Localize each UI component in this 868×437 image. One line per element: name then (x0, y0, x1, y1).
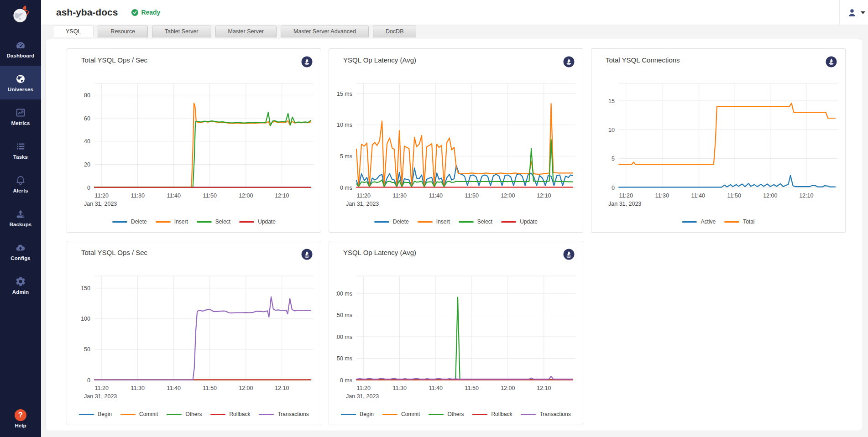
chart-panel-total-ysql-ops-transactions: Total YSQL Ops / Sec 11:2011:3011:4011:5… (67, 241, 321, 425)
sidebar-item-help[interactable]: ? Help (0, 404, 41, 433)
sidebar-item-metrics[interactable]: Metrics (0, 99, 41, 133)
svg-text:11:20: 11:20 (357, 192, 371, 199)
svg-text:11:40: 11:40 (691, 192, 705, 199)
svg-text:60: 60 (84, 115, 90, 122)
sidebar-item-label: Universes (8, 87, 33, 92)
legend-item-select[interactable]: Select (197, 218, 230, 225)
svg-text:12:10: 12:10 (275, 385, 289, 391)
legend-item-rollback[interactable]: Rollback (210, 411, 250, 417)
tab-tablet-server[interactable]: Tablet Server (152, 26, 211, 37)
user-menu[interactable] (839, 0, 868, 25)
legend-item-total[interactable]: Total (724, 218, 754, 225)
svg-text:12:10: 12:10 (799, 192, 813, 199)
sidebar-item-label: Admin (12, 289, 29, 295)
svg-text:200 ms: 200 ms (336, 291, 352, 297)
legend-item-insert[interactable]: Insert (418, 218, 450, 225)
svg-text:150: 150 (81, 285, 90, 291)
sidebar-item-alerts[interactable]: Alerts (0, 167, 41, 201)
tab-resource[interactable]: Resource (98, 26, 148, 37)
bell-icon (15, 175, 26, 186)
tab-master-server[interactable]: Master Server (215, 26, 277, 37)
tab-docdb[interactable]: DocDB (373, 26, 417, 37)
app-logo[interactable] (0, 0, 41, 29)
cloud-upload-icon (15, 242, 26, 253)
svg-text:11:40: 11:40 (429, 385, 443, 391)
svg-text:11:30: 11:30 (393, 192, 407, 199)
svg-text:80: 80 (84, 92, 90, 99)
svg-text:11:40: 11:40 (167, 192, 181, 199)
sidebar-item-dashboard[interactable]: Dashboard (0, 32, 41, 66)
legend-item-delete[interactable]: Delete (374, 218, 409, 225)
sidebar-item-admin[interactable]: Admin (0, 268, 41, 302)
header: ash-yba-docs Ready (41, 0, 868, 25)
svg-text:11:30: 11:30 (131, 192, 145, 199)
legend-item-commit[interactable]: Commit (382, 411, 420, 417)
svg-text:11:50: 11:50 (465, 192, 479, 199)
sidebar-item-universes[interactable]: Universes (0, 66, 41, 99)
legend-item-begin[interactable]: Begin (341, 411, 374, 417)
task-list-icon (15, 141, 26, 152)
svg-text:12:10: 12:10 (537, 385, 551, 391)
gear-icon (15, 276, 26, 287)
prometheus-icon[interactable] (301, 56, 313, 68)
sidebar-item-backups[interactable]: Backups (0, 201, 41, 234)
svg-text:Jan 31, 2023: Jan 31, 2023 (84, 393, 117, 400)
svg-text:11:30: 11:30 (393, 385, 407, 391)
chart-canvas[interactable]: 11:2011:3011:4011:5012:0012:10050100150J… (74, 264, 314, 401)
chart-legend: ActiveTotal (599, 218, 838, 225)
prometheus-icon[interactable] (563, 249, 575, 260)
chart-canvas[interactable]: 11:2011:3011:4011:5012:0012:10020406080J… (74, 72, 314, 208)
svg-text:10: 10 (608, 127, 615, 133)
chart-panel-total-ysql-connections: Total YSQL Connections 11:2011:3011:4011… (591, 48, 846, 233)
legend-item-commit[interactable]: Commit (120, 411, 158, 417)
svg-text:11:30: 11:30 (131, 385, 145, 391)
chart-panel-ysql-op-latency-transactions: YSQL Op Latency (Avg) 11:2011:3011:4011:… (329, 241, 583, 425)
legend-item-update[interactable]: Update (239, 218, 276, 225)
legend-item-update[interactable]: Update (501, 218, 538, 225)
sidebar-item-label: Tasks (13, 154, 28, 160)
chart-canvas[interactable]: 11:2011:3011:4011:5012:0012:100 ms5 ms10… (336, 72, 576, 208)
tab-master-server-advanced[interactable]: Master Server Advanced (281, 26, 369, 37)
legend-item-transactions[interactable]: Transactions (521, 411, 570, 417)
metrics-tabs: YSQL Resource Tablet Server Master Serve… (53, 26, 416, 37)
chart-title: Total YSQL Connections (606, 56, 680, 64)
chart-legend: DeleteInsertSelectUpdate (74, 218, 314, 225)
sidebar-item-label: Help (15, 423, 26, 428)
svg-text:Jan 31, 2023: Jan 31, 2023 (346, 201, 379, 207)
svg-text:10 ms: 10 ms (337, 122, 352, 128)
sidebar-item-tasks[interactable]: Tasks (0, 133, 41, 167)
svg-text:50 ms: 50 ms (337, 355, 352, 362)
svg-text:20: 20 (84, 161, 90, 168)
chart-canvas[interactable]: 11:2011:3011:4011:5012:0012:10051015Jan … (599, 72, 839, 208)
svg-text:Jan 31, 2023: Jan 31, 2023 (346, 393, 379, 400)
svg-text:50: 50 (84, 346, 90, 353)
sidebar-nav: Dashboard Universes Metrics Tasks Alerts (0, 32, 41, 302)
svg-text:0 ms: 0 ms (340, 377, 352, 384)
legend-item-delete[interactable]: Delete (112, 218, 147, 225)
svg-text:0: 0 (612, 185, 615, 191)
legend-item-transactions[interactable]: Transactions (259, 411, 309, 417)
svg-text:12:10: 12:10 (537, 192, 551, 199)
check-circle-icon (131, 9, 138, 16)
legend-item-active[interactable]: Active (682, 218, 716, 225)
chart-canvas[interactable]: 11:2011:3011:4011:5012:0012:100 ms50 ms1… (336, 264, 576, 401)
legend-item-begin[interactable]: Begin (79, 411, 112, 417)
svg-text:12:00: 12:00 (501, 385, 515, 391)
sidebar-item-label: Alerts (13, 188, 28, 193)
prometheus-icon[interactable] (301, 249, 313, 260)
legend-item-others[interactable]: Others (429, 411, 464, 417)
chart-legend: BeginCommitOthersRollbackTransactions (74, 411, 314, 417)
chevron-down-icon (861, 11, 865, 14)
legend-item-insert[interactable]: Insert (156, 218, 188, 225)
svg-text:11:20: 11:20 (619, 192, 633, 199)
legend-item-select[interactable]: Select (459, 218, 492, 225)
legend-item-others[interactable]: Others (167, 411, 202, 417)
sidebar-item-configs[interactable]: Configs (0, 234, 41, 268)
svg-text:11:20: 11:20 (95, 192, 109, 199)
prometheus-icon[interactable] (563, 56, 575, 68)
tab-ysql[interactable]: YSQL (53, 26, 94, 37)
prometheus-icon[interactable] (826, 56, 837, 68)
legend-item-rollback[interactable]: Rollback (472, 411, 512, 417)
svg-text:100 ms: 100 ms (336, 334, 352, 340)
svg-text:0: 0 (87, 185, 90, 191)
